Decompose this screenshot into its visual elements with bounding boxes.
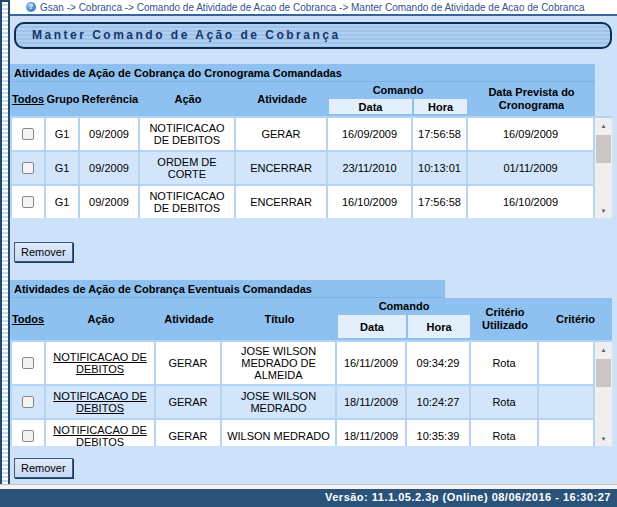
scroll-down-icon[interactable]: ▼	[595, 203, 612, 218]
column-header-data: Data	[338, 315, 406, 338]
cronograma-table: Atividades de Ação de Cobrança do Cronog…	[10, 64, 617, 262]
column-header-titulo: Título	[222, 298, 337, 340]
cell-atividade: GERAR	[156, 386, 222, 418]
cronograma-table-title: Atividades de Ação de Cobrança do Cronog…	[10, 64, 595, 82]
cell-atividade: ENCERRAR	[236, 186, 328, 218]
cell-criterio-utilizado: Rota	[471, 386, 539, 418]
cell-comando-data: 16/10/2009	[328, 186, 413, 218]
cell-comando-hora: 10:13:01	[413, 152, 468, 184]
cell-comando-data: 18/11/2009	[337, 386, 407, 418]
vertical-scrollbar[interactable]: ▲ ▼	[595, 342, 612, 446]
column-header-acao: Ação	[140, 82, 236, 116]
cell-criterio-utilizado: Rota	[471, 420, 539, 446]
column-header-comando-group: Comando Data Hora	[328, 82, 468, 116]
cronograma-rows-scroll-area: G1 09/2009 NOTIFICACAO DE DEBITOS GERAR …	[10, 116, 612, 218]
select-all-eventuais-link[interactable]: Todos	[12, 313, 44, 326]
cell-grupo: G1	[46, 152, 80, 184]
acao-link[interactable]: NOTIFICACAO DE DEBITOS	[48, 424, 152, 446]
row-checkbox[interactable]	[22, 430, 34, 442]
column-header-atividade: Atividade	[156, 298, 222, 340]
cell-grupo: G1	[46, 118, 80, 150]
column-header-comando: Comando	[337, 298, 471, 315]
select-all-cronograma-link[interactable]: Todos	[12, 93, 44, 106]
table-row: G1 09/2009 ORDEM DE CORTE ENCERRAR 23/11…	[10, 152, 595, 186]
version-text: Versão: 11.1.05.2.3p (Online) 08/06/2016…	[325, 491, 611, 503]
cell-acao: NOTIFICACAO DE DEBITOS	[140, 118, 236, 150]
scrollbar-thumb[interactable]	[596, 359, 611, 387]
acao-link[interactable]: NOTIFICACAO DE DEBITOS	[48, 351, 152, 375]
scroll-up-icon[interactable]: ▲	[595, 342, 612, 357]
cell-atividade: GERAR	[156, 420, 222, 446]
column-header-acao: Ação	[46, 298, 156, 340]
column-header-comando-group: Comando Data Hora	[337, 298, 471, 340]
cell-atividade: ENCERRAR	[236, 152, 328, 184]
eventuais-rows-scroll-area: NOTIFICACAO DE DEBITOS GERAR JOSE WILSON…	[10, 340, 612, 446]
main-content: Manter Comando de Ação de Cobrança Ativi…	[10, 16, 617, 484]
cell-acao: NOTIFICACAO DE DEBITOS	[140, 186, 236, 218]
cell-comando-hora: 10:24:27	[407, 386, 471, 418]
cell-comando-data: 16/11/2009	[337, 342, 407, 384]
cell-criterio	[539, 420, 595, 446]
column-header-criterio-utilizado: Critério Utilizado	[471, 298, 539, 340]
help-icon: ?	[26, 2, 36, 12]
cell-comando-hora: 17:56:58	[413, 186, 468, 218]
eventuais-table-header: Todos Ação Atividade Título Comando Data…	[10, 298, 612, 340]
cell-comando-data: 16/09/2009	[328, 118, 413, 150]
cell-comando-hora: 17:56:58	[413, 118, 468, 150]
row-checkbox[interactable]	[22, 357, 34, 369]
eventuais-table-title: Atividades de Ação de Cobrança Eventuais…	[10, 280, 445, 298]
cell-atividade: GERAR	[236, 118, 328, 150]
remove-eventuais-button[interactable]: Remover	[14, 458, 73, 478]
column-header-referencia: Referência	[80, 82, 140, 116]
row-checkbox[interactable]	[22, 162, 34, 174]
cell-titulo: WILSON MEDRADO	[222, 420, 337, 446]
vertical-scrollbar[interactable]: ▲ ▼	[595, 118, 612, 218]
column-header-grupo: Grupo	[46, 82, 80, 116]
remove-cronograma-button[interactable]: Remover	[14, 242, 73, 262]
column-header-hora: Hora	[414, 99, 467, 114]
cronograma-table-header: Todos Grupo Referência Ação Atividade Co…	[10, 82, 595, 116]
column-header-criterio: Critério	[539, 298, 612, 340]
page-title: Manter Comando de Ação de Cobrança	[14, 22, 612, 49]
cell-comando-hora: 10:35:39	[407, 420, 471, 446]
column-header-comando: Comando	[328, 82, 468, 99]
table-row: G1 09/2009 NOTIFICACAO DE DEBITOS GERAR …	[10, 118, 595, 152]
cell-grupo: G1	[46, 186, 80, 218]
row-checkbox[interactable]	[22, 196, 34, 208]
eventuais-table: Atividades de Ação de Cobrança Eventuais…	[10, 280, 617, 478]
table-row: NOTIFICACAO DE DEBITOS GERAR WILSON MEDR…	[10, 420, 595, 446]
cell-data-prevista: 16/09/2009	[468, 118, 595, 150]
acao-link[interactable]: NOTIFICACAO DE DEBITOS	[48, 390, 152, 414]
column-header-atividade: Atividade	[236, 82, 328, 116]
cell-criterio	[539, 386, 595, 418]
cell-comando-data: 18/11/2009	[337, 420, 407, 446]
cell-acao: ORDEM DE CORTE	[140, 152, 236, 184]
row-checkbox[interactable]	[22, 396, 34, 408]
scroll-up-icon[interactable]: ▲	[595, 118, 612, 133]
table-row: NOTIFICACAO DE DEBITOS GERAR JOSE WILSON…	[10, 386, 595, 420]
scroll-down-icon[interactable]: ▼	[595, 431, 612, 446]
table-row: G1 09/2009 NOTIFICACAO DE DEBITOS ENCERR…	[10, 186, 595, 218]
breadcrumb: ? Gsan -> Cobranca -> Comando de Ativida…	[10, 0, 617, 16]
left-frame-edge	[0, 0, 10, 488]
cell-referencia: 09/2009	[80, 186, 140, 218]
cell-titulo: JOSE WILSON MEDRADO DE ALMEIDA	[222, 342, 337, 384]
cell-referencia: 09/2009	[80, 152, 140, 184]
column-header-data: Data	[329, 99, 412, 114]
column-header-hora: Hora	[408, 315, 470, 338]
cell-titulo: JOSE WILSON MEDRADO	[222, 386, 337, 418]
cell-atividade: GERAR	[156, 342, 222, 384]
cell-comando-data: 23/11/2010	[328, 152, 413, 184]
cell-referencia: 09/2009	[80, 118, 140, 150]
version-status-bar: Versão: 11.1.05.2.3p (Online) 08/06/2016…	[0, 489, 617, 507]
cell-criterio	[539, 342, 595, 384]
scrollbar-thumb[interactable]	[596, 135, 611, 163]
cell-data-prevista: 01/11/2009	[468, 152, 595, 184]
cell-data-prevista: 16/10/2009	[468, 186, 595, 218]
row-checkbox[interactable]	[22, 128, 34, 140]
column-header-data-prevista: Data Prevista do Cronograma	[468, 82, 595, 116]
breadcrumb-trail[interactable]: Gsan -> Cobranca -> Comando de Atividade…	[40, 2, 585, 13]
table-row: NOTIFICACAO DE DEBITOS GERAR JOSE WILSON…	[10, 342, 595, 386]
cell-criterio-utilizado: Rota	[471, 342, 539, 384]
cell-comando-hora: 09:34:29	[407, 342, 471, 384]
